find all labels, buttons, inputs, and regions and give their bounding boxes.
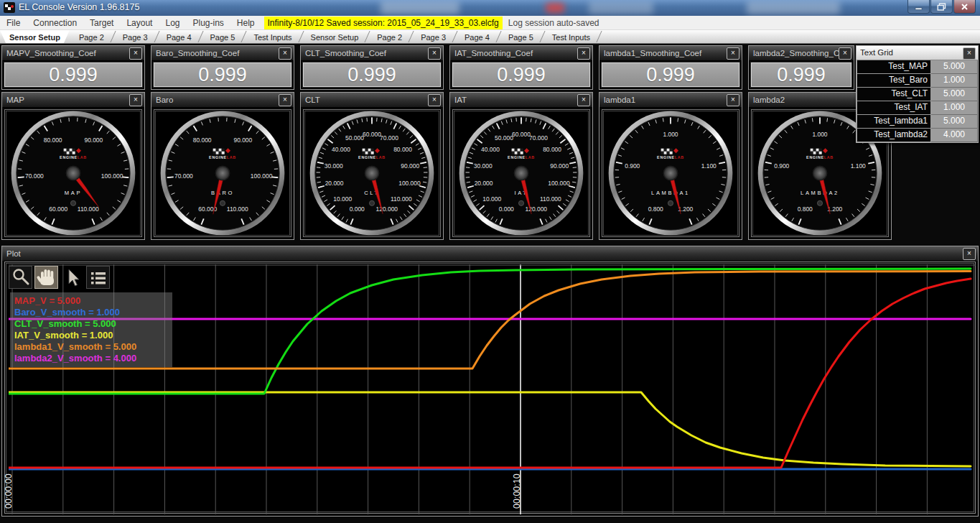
coef-value-box[interactable]: 0.999 [602, 63, 739, 87]
coef-panel-title: CLT_Smoothing_Coef [305, 49, 386, 57]
gauge-scale-label: 30.000 [474, 162, 493, 170]
gauge-dial-lambda1: 0.8000.9001.0001.1001.200ENGINELABLAMBDA… [607, 109, 734, 237]
menu-log[interactable]: Log [159, 16, 186, 30]
text-grid-row: Test_IAT1.000 [857, 101, 978, 115]
menu-target[interactable]: Target [83, 16, 120, 30]
gauge-hub [813, 166, 827, 180]
text-grid-row: Test_CLT5.000 [857, 88, 978, 101]
text-grid-row-value[interactable]: 5.000 [931, 60, 978, 74]
enginelab-logo-text: ENGINELAB [806, 155, 834, 159]
coef-value-box[interactable]: 0.999 [154, 63, 291, 87]
gauge-scale-label: 90.000 [84, 136, 103, 144]
cursor-tool-button[interactable] [60, 266, 84, 289]
coef-panel-close-icon[interactable]: × [428, 47, 441, 60]
menu-help[interactable]: Help [230, 16, 261, 30]
coef-panel-close-icon[interactable]: × [727, 47, 739, 60]
gauge-scale-label: 1.100 [851, 162, 866, 170]
gauge-pivot-dot [668, 200, 673, 205]
text-grid-row-value[interactable]: 5.000 [931, 115, 978, 129]
coef-panel-title: Baro_Smoothing_Coef [156, 49, 239, 57]
pan-tool-button[interactable] [34, 266, 58, 289]
gauge-panel-close-icon[interactable]: × [129, 94, 142, 106]
gauge-body: 60.00070.00080.00090.000100.000110.000EN… [154, 109, 291, 237]
gauge-panel-titlebar: CLT× [301, 93, 443, 108]
coef-value-box[interactable]: 0.999 [751, 63, 851, 87]
gauge-panel-title: Baro [156, 96, 173, 104]
aero-reflection [381, 1, 459, 14]
coef-panel-title: IAT_Smoothing_Coef [454, 49, 533, 57]
coef-panel-close-icon[interactable]: × [839, 47, 851, 60]
cursor-icon [62, 267, 83, 287]
gauge-scale-label: 80.000 [393, 146, 412, 153]
zoom-icon [11, 267, 31, 287]
coef-panel-close-icon[interactable]: × [577, 47, 590, 60]
tab-page-3-2[interactable]: Page 3 [113, 30, 157, 43]
gauge-panel-close-icon[interactable]: × [279, 94, 291, 106]
coef-panel-close-icon[interactable]: × [279, 47, 291, 60]
gauge-panel-baro: Baro×60.00070.00080.00090.000100.000110.… [151, 92, 294, 240]
menu-connection[interactable]: Connection [27, 16, 83, 30]
tab-sensor-setup-0[interactable]: Sensor Setup [0, 30, 70, 43]
plot-toolbar [9, 266, 112, 289]
tab-page-5-10[interactable]: Page 5 [499, 30, 543, 43]
maximize-button[interactable] [930, 0, 953, 14]
gauge-panel-close-icon[interactable]: × [428, 94, 441, 106]
minimize-button[interactable] [907, 0, 930, 14]
tab-page-5-4[interactable]: Page 5 [201, 30, 245, 43]
menu-plug-ins[interactable]: Plug-ins [186, 16, 230, 30]
legend-tool-button[interactable] [86, 266, 110, 289]
text-grid-row-value[interactable]: 4.000 [931, 129, 978, 142]
gauge-scale-label: 20.000 [475, 180, 493, 187]
gauge-hub [365, 166, 379, 180]
gauge-scale-label: 0.900 [774, 162, 789, 170]
gauge-name-label: LAMBDA2 [801, 190, 839, 196]
gauge-panel-close-icon[interactable]: × [727, 94, 739, 106]
gauge-panel-title: IAT [454, 96, 467, 104]
coef-panel-close-icon[interactable]: × [129, 47, 142, 60]
text-grid-close-icon[interactable]: × [963, 47, 976, 60]
gauge-panel-titlebar: IAT× [450, 93, 592, 108]
gauge-pivot-dot [518, 200, 523, 205]
legend-entry: Baro_V_smooth = 1.000 [14, 307, 168, 318]
tab-test-inputs-11[interactable]: Test Inputs [543, 30, 599, 43]
coef-value-box[interactable]: 0.999 [303, 63, 441, 87]
menu-layout[interactable]: Layout [120, 16, 159, 30]
gauge-scale-label: 60.000 [363, 131, 381, 138]
text-grid-row-label: Test_lambda1 [857, 115, 931, 129]
enginelab-logo-text: ENGINELAB [358, 155, 386, 159]
enginelab-logo-text: ENGINELAB [508, 155, 535, 159]
menu-bar: FileConnectionTargetLayoutLogPlug-insHel… [0, 16, 980, 30]
gauge-panel-titlebar: Baro× [151, 93, 294, 108]
gauge-body: 60.00070.00080.00090.000100.000110.000EN… [4, 109, 142, 237]
gauge-scale-label: 80.000 [543, 146, 561, 153]
gauge-scale-label: 1.000 [663, 131, 678, 138]
tab-page-3-8[interactable]: Page 3 [411, 30, 455, 43]
tab-page-2-1[interactable]: Page 2 [70, 30, 113, 43]
plot-close-icon[interactable]: × [963, 248, 976, 260]
tab-page-4-9[interactable]: Page 4 [455, 30, 499, 43]
tab-page-2-7[interactable]: Page 2 [368, 30, 411, 43]
gauge-pivot-dot [817, 200, 822, 205]
enginelab-logo-text: ENGINELAB [657, 155, 684, 159]
aero-reflection [589, 1, 653, 14]
tab-test-inputs-5[interactable]: Test Inputs [244, 30, 301, 43]
coef-value: 0.999 [777, 64, 826, 86]
tab-page-4-3[interactable]: Page 4 [157, 30, 201, 43]
gauge-scale-label: 70.000 [174, 172, 193, 180]
coef-value-box[interactable]: 0.999 [452, 63, 590, 87]
app-icon [4, 2, 15, 13]
menu-file[interactable]: File [0, 16, 27, 30]
close-button[interactable] [953, 0, 976, 14]
gauge-body: 0.00010.00020.00030.00040.00050.00060.00… [303, 109, 441, 237]
gauge-scale-label: 40.000 [481, 146, 500, 153]
gauge-scale-label: 40.000 [332, 146, 350, 153]
gauge-scale-label: 100.000 [398, 180, 421, 187]
text-grid-row-value[interactable]: 5.000 [931, 88, 978, 101]
gauge-panel-close-icon[interactable]: × [577, 94, 590, 106]
tab-sensor-setup-6[interactable]: Sensor Setup [302, 30, 368, 43]
text-grid-row-value[interactable]: 1.000 [931, 74, 978, 88]
coef-value-box[interactable]: 0.999 [4, 63, 142, 87]
zoom-tool-button[interactable] [9, 266, 32, 289]
text-grid-row-value[interactable]: 1.000 [931, 101, 978, 115]
legend-entry: MAP_V = 5.000 [14, 295, 168, 307]
